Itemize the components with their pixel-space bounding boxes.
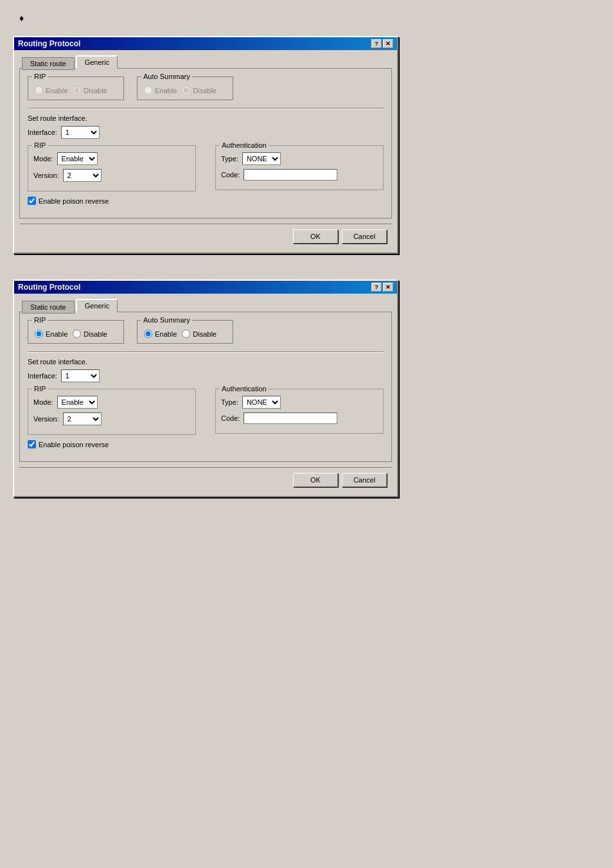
button-row-1: OK Cancel <box>19 224 392 247</box>
poison-reverse-label-2: Enable poison reverse <box>39 441 109 448</box>
auto-enable-radio-2: Enable <box>144 330 177 338</box>
rip-radio-group-1: Enable Disable <box>35 86 117 94</box>
rip-version-select-1[interactable]: 2 1 <box>63 169 102 182</box>
rip-enable-input-1[interactable] <box>35 86 43 94</box>
auth-code-label-2: Code: <box>221 414 240 422</box>
rip-mode-select-1[interactable]: Enable Disable <box>57 152 98 165</box>
titlebar-2: Routing Protocol ? ✕ <box>14 281 397 294</box>
rip-enable-label-1: Enable <box>46 87 67 94</box>
auto-disable-label-2: Disable <box>193 330 217 338</box>
auto-disable-input-2[interactable] <box>182 330 190 338</box>
rip-inner-content-1: Mode: Enable Disable Version: 2 <box>33 152 190 182</box>
button-row-2: OK Cancel <box>19 467 392 491</box>
tab-generic-1[interactable]: Generic <box>76 55 118 69</box>
auth-code-label-1: Code: <box>221 171 240 179</box>
rip-enable-label-2: Enable <box>46 330 67 338</box>
dialog2-title: Routing Protocol <box>18 283 80 292</box>
auth-code-input-1[interactable] <box>244 169 337 181</box>
rip-disable-radio-1: Disable <box>73 86 107 94</box>
separator-1 <box>28 108 384 109</box>
auto-summary-legend-1: Auto Summary <box>141 73 192 80</box>
help-button-1[interactable]: ? <box>371 39 382 48</box>
auth-code-input-2[interactable] <box>244 412 337 424</box>
bottom-groups-1: RIP Mode: Enable Disable <box>28 143 384 191</box>
ok-button-2[interactable]: OK <box>293 473 338 487</box>
titlebar-buttons-2: ? ✕ <box>371 283 393 292</box>
dialog2-body: Static route Generic RIP Ena <box>14 294 397 496</box>
tab-content-1: RIP Enable Disable <box>19 68 392 218</box>
auth-inner-group-2: Authentication Type: NONE MD5 Text <box>215 389 384 434</box>
rip-mode-row-2: Mode: Enable Disable <box>33 396 190 409</box>
auto-disable-input-1[interactable] <box>182 86 190 94</box>
rip-version-row-2: Version: 2 1 <box>33 412 190 425</box>
poison-reverse-row-2: Enable poison reverse <box>28 440 384 448</box>
auto-summary-legend-2: Auto Summary <box>141 316 192 324</box>
bottom-groups-2: RIP Mode: Enable Disable <box>28 386 384 435</box>
set-route-text-2: Set route interface. <box>28 358 87 366</box>
rip-inner-content-2: Mode: Enable Disable Version: 2 <box>33 396 190 425</box>
auth-inner-content-1: Type: NONE MD5 Text Code: <box>221 152 378 181</box>
rip-inner-group-1: RIP Mode: Enable Disable <box>28 145 196 191</box>
auto-disable-radio-2: Disable <box>182 330 217 338</box>
interface-select-1[interactable]: 1 <box>61 126 100 139</box>
routing-protocol-dialog-1: Routing Protocol ? ✕ Static route Generi… <box>13 36 398 254</box>
auth-box-col-1: Authentication Type: NONE MD5 Text <box>215 143 384 191</box>
rip-enable-input-2[interactable] <box>35 330 43 338</box>
rip-inner-group-2: RIP Mode: Enable Disable <box>28 389 196 435</box>
auth-type-label-1: Type: <box>221 155 238 163</box>
tab-generic-label-2: Generic <box>85 302 110 310</box>
dialog1-title: Routing Protocol <box>18 39 80 48</box>
rip-mode-select-2[interactable]: Enable Disable <box>57 396 98 409</box>
auto-disable-radio-1: Disable <box>182 86 217 94</box>
tab-static-route-2[interactable]: Static route <box>22 301 75 314</box>
help-button-2[interactable]: ? <box>371 283 382 292</box>
rip-disable-label-2: Disable <box>84 330 107 338</box>
tab-static-route-label-1: Static route <box>30 60 66 67</box>
ok-button-1[interactable]: OK <box>293 229 338 244</box>
auto-enable-input-1[interactable] <box>144 86 152 94</box>
rip-disable-label-1: Disable <box>84 87 107 94</box>
tab-static-route-1[interactable]: Static route <box>22 57 75 70</box>
auto-disable-label-1: Disable <box>193 87 217 94</box>
separator-2 <box>28 351 384 353</box>
poison-reverse-checkbox-2[interactable] <box>28 440 36 448</box>
tab-generic-2[interactable]: Generic <box>76 299 118 312</box>
auto-summary-radio-group-2: Enable Disable <box>144 330 226 338</box>
dialog2-wrapper: Routing Protocol ? ✕ Static route Generi… <box>13 279 600 497</box>
auto-summary-group-1: Auto Summary Enable Disable <box>137 76 233 100</box>
rip-disable-input-1[interactable] <box>73 86 81 94</box>
interface-select-2[interactable]: 1 <box>61 369 100 382</box>
cancel-button-2[interactable]: Cancel <box>342 473 387 487</box>
auth-code-row-1: Code: <box>221 169 378 181</box>
auto-enable-input-2[interactable] <box>144 330 152 338</box>
auth-type-select-2[interactable]: NONE MD5 Text <box>242 396 281 409</box>
rip-version-select-2[interactable]: 2 1 <box>63 412 102 425</box>
auth-legend-1: Authentication <box>220 141 269 149</box>
set-route-text-1: Set route interface. <box>28 114 87 122</box>
rip-box-col-2: RIP Mode: Enable Disable <box>28 386 196 435</box>
poison-reverse-checkbox-1[interactable] <box>28 197 36 205</box>
interface-row-1: Interface: 1 <box>28 126 384 139</box>
auth-inner-group-1: Authentication Type: NONE MD5 Text <box>215 145 384 190</box>
top-group-row-2: RIP Enable Disable <box>28 320 384 344</box>
auth-type-select-1[interactable]: NONE MD5 Text <box>242 152 281 165</box>
auto-enable-radio-1: Enable <box>144 86 177 94</box>
rip-radio-group-2: Enable Disable <box>35 330 117 338</box>
auth-box-col-2: Authentication Type: NONE MD5 Text <box>215 386 384 435</box>
rip-disable-input-2[interactable] <box>73 330 81 338</box>
tab-row-1: Static route Generic <box>19 55 392 69</box>
poison-reverse-row-1: Enable poison reverse <box>28 197 384 205</box>
auto-summary-radio-group-1: Enable Disable <box>144 86 226 94</box>
tab-row-2: Static route Generic <box>19 299 392 312</box>
rip-disable-radio-2: Disable <box>73 330 107 338</box>
tab-static-route-label-2: Static route <box>30 303 66 311</box>
titlebar-1: Routing Protocol ? ✕ <box>14 37 397 50</box>
auth-code-row-2: Code: <box>221 412 378 424</box>
auth-type-row-2: Type: NONE MD5 Text <box>221 396 378 409</box>
auto-enable-label-2: Enable <box>155 330 177 338</box>
rip-group-legend-2: RIP <box>32 316 48 324</box>
close-button-2[interactable]: ✕ <box>383 283 393 292</box>
rip-mode-label-1: Mode: <box>33 155 53 163</box>
cancel-button-1[interactable]: Cancel <box>342 229 387 244</box>
close-button-1[interactable]: ✕ <box>383 39 393 48</box>
